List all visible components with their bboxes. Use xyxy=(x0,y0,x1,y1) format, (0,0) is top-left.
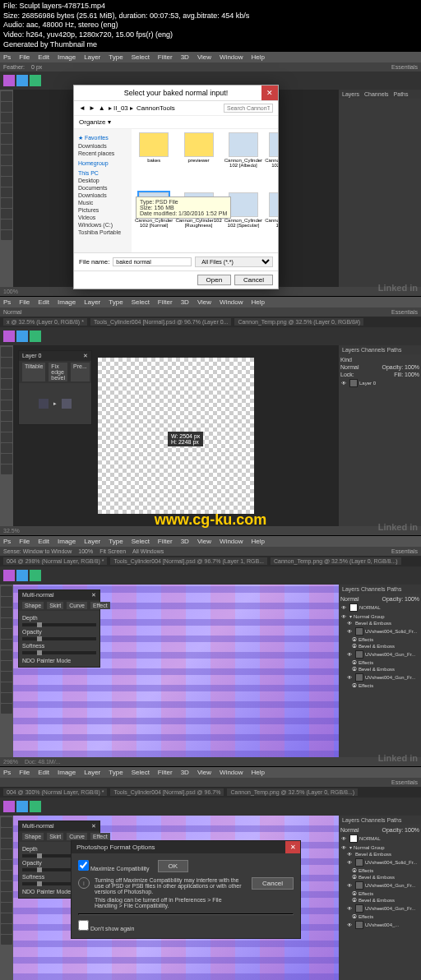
depth-slider[interactable] xyxy=(22,623,96,626)
maxcompat-checkbox[interactable]: Maximize Compatibility xyxy=(78,860,150,871)
tab[interactable]: 004 @ 300% (Normal Layer, RGB/8) * xyxy=(3,788,107,796)
sidebar-item[interactable]: Recent places xyxy=(76,150,129,157)
close-icon[interactable]: ✕ xyxy=(83,353,88,359)
info-icon: i xyxy=(78,877,90,889)
file-item[interactable]: Cannon_Cylinder 102_0s xyxy=(265,192,278,250)
swatch-blue[interactable] xyxy=(16,75,28,86)
menu-help[interactable]: Help xyxy=(252,53,265,61)
swatch-green[interactable] xyxy=(30,75,41,86)
folder-item[interactable]: previewer xyxy=(175,132,221,190)
dontshow-checkbox[interactable]: Don't show again xyxy=(78,926,134,931)
cancel-button[interactable]: Cancel xyxy=(234,275,273,285)
tab[interactable]: Tools_Cylinder004 [Normal].psd @ 96.7% (… xyxy=(90,318,232,326)
sidebar-item[interactable]: Downloads xyxy=(76,192,129,199)
menu-file[interactable]: File xyxy=(19,53,30,61)
file-open-dialog: Select your baked normal input! ✕ ◄ ► ▲ … xyxy=(73,85,279,289)
sidebar-item[interactable]: Documents xyxy=(76,184,129,192)
sidebar-item[interactable]: Toshiba Portable xyxy=(76,229,129,236)
doc-tabs: x @ 32.5% (Layer 0, RGB/8) * Tools_Cylin… xyxy=(0,317,421,327)
file-grid: bakes previewer Cannon_Cylinder 102 [Alb… xyxy=(132,129,278,252)
softness-slider[interactable] xyxy=(22,651,96,654)
screenshot-2: Ps FileEditImageLayerTypeSelectFilter3DV… xyxy=(0,296,421,535)
canvas-area: Select your baked normal input! ✕ ◄ ► ▲ … xyxy=(13,90,339,287)
sidebar-item[interactable]: Videos xyxy=(76,214,129,221)
sidebar-item[interactable]: Pictures xyxy=(76,206,129,214)
menu-type[interactable]: Type xyxy=(109,53,123,61)
tool-icon[interactable] xyxy=(1,145,12,155)
tool-icon[interactable] xyxy=(1,230,12,240)
tab[interactable]: x @ 32.5% (Layer 0, RGB/8) * xyxy=(3,318,87,326)
menu-image[interactable]: Image xyxy=(58,53,76,61)
logo-icon: Ps xyxy=(3,53,11,61)
menu-edit[interactable]: Edit xyxy=(38,53,49,61)
tool-icon[interactable] xyxy=(1,91,12,101)
cg-watermark: www.cg-ku.com xyxy=(155,511,266,529)
fwd-icon[interactable]: ► xyxy=(89,104,95,112)
options-bar: Feather:0 px Essentials xyxy=(0,62,421,72)
open-button[interactable]: Open xyxy=(197,275,232,285)
dialog-footer: File name: All Files (*.*) xyxy=(74,252,278,270)
screenshot-4: Ps FileEditImageLayerTypeSelectFilter3DV… xyxy=(0,766,421,980)
video-metadata: File: Sculpt layers-478715.mp4 Size: 268… xyxy=(0,0,421,51)
menu-select[interactable]: Select xyxy=(132,53,150,61)
file-item[interactable]: Cannon_Cylinder 102 [Albedo] xyxy=(224,132,262,190)
tool-icon[interactable] xyxy=(1,198,12,208)
tool-icon[interactable] xyxy=(1,166,12,176)
swatch-purple[interactable] xyxy=(3,75,15,86)
tab[interactable]: Cannon_Temp.png @ 32.5% (Layer 0, RGB/8#… xyxy=(234,318,363,326)
tool-icon[interactable] xyxy=(1,220,12,229)
back-icon[interactable]: ◄ xyxy=(79,104,86,112)
tab[interactable]: Cannon_Temp.png @ 32.5% (Layer 0, RGB/8.… xyxy=(271,557,401,565)
menu-bar: Ps File Edit Image Layer Type Select Fil… xyxy=(0,52,421,62)
up-icon[interactable]: ▲ xyxy=(99,104,105,112)
menu-3d[interactable]: 3D xyxy=(181,53,189,61)
tool-icon[interactable] xyxy=(1,123,12,133)
close-icon[interactable]: ✕ xyxy=(91,823,96,830)
size-readout: W: 2504 pxH: 2248 px xyxy=(168,432,203,446)
menu-layer[interactable]: Layer xyxy=(84,53,100,61)
opacity-slider[interactable] xyxy=(22,637,96,640)
tab[interactable]: Cannon_Temp.png @ 32.5% (Layer 0, RGB/8.… xyxy=(227,788,358,796)
preview-icon xyxy=(39,399,49,409)
organize-btn[interactable]: Organize ▾ xyxy=(79,118,111,126)
filetype-select[interactable]: All Files (*.*) xyxy=(195,257,273,267)
tool-icon[interactable] xyxy=(1,102,12,112)
tab[interactable]: Tools_Cylinder004 [Normal].psd @ 96.7% xyxy=(110,788,224,796)
close-icon[interactable]: ✕ xyxy=(261,86,278,100)
filename-input[interactable] xyxy=(113,257,192,266)
screenshot-1: Ps File Edit Image Layer Type Select Fil… xyxy=(0,51,421,296)
preview-icon xyxy=(62,399,72,409)
tab[interactable]: Tools_Cylinder004 [Normal].psd @ 96.7% (… xyxy=(110,557,267,565)
file-item[interactable]: Cannon_Cylinder 102 [Gloss] xyxy=(265,132,278,190)
sidebar-item[interactable]: Downloads xyxy=(76,142,129,150)
tool-icon[interactable] xyxy=(1,177,12,187)
format-options-dialog: Photoshop Format Options ✕ Maximize Comp… xyxy=(71,840,301,939)
sidebar-item[interactable]: Desktop xyxy=(76,177,129,184)
dialog-nav: ◄ ► ▲ ▸ II_03 ▸ CannonTools xyxy=(74,101,278,116)
sidebar-item[interactable]: Windows (C:) xyxy=(76,221,129,229)
tool-icon[interactable] xyxy=(1,113,12,122)
menu-view[interactable]: View xyxy=(197,53,211,61)
search-input[interactable] xyxy=(224,104,273,113)
tool-icon[interactable] xyxy=(1,209,12,219)
cancel-button[interactable]: Cancel xyxy=(252,877,294,890)
logo-icon: Ps xyxy=(3,538,11,545)
layer-item[interactable]: 👁NORMAL xyxy=(340,603,419,612)
sidebar-item[interactable]: Music xyxy=(76,199,129,206)
folder-item[interactable]: bakes xyxy=(135,132,173,190)
file-tooltip: Type: PSD File Size: 156 MB Date modifie… xyxy=(136,196,231,219)
tool-icon[interactable] xyxy=(1,155,12,165)
tool-icon[interactable] xyxy=(1,134,12,144)
layer-item[interactable]: 👁Layer 0 xyxy=(340,378,419,388)
menu-window[interactable]: Window xyxy=(220,53,243,61)
ok-button[interactable]: OK xyxy=(158,860,189,872)
layer-item[interactable]: 👁▾Normal Group xyxy=(340,612,419,620)
menu-filter[interactable]: Filter xyxy=(158,53,173,61)
canvas-area: W: 2504 pxH: 2248 px Layer 0✕ Tiltable F… xyxy=(13,345,339,526)
close-icon[interactable]: ✕ xyxy=(91,592,96,599)
tool-icon[interactable] xyxy=(1,187,12,197)
normal-map-canvas: Multi-normal✕ Shape Skirt Curve Effect D… xyxy=(13,816,339,980)
tab[interactable]: 004 @ 298% (Normal Layer, RGB/8) * xyxy=(3,557,107,565)
close-icon[interactable]: ✕ xyxy=(285,841,300,853)
logo-icon: Ps xyxy=(3,769,11,776)
